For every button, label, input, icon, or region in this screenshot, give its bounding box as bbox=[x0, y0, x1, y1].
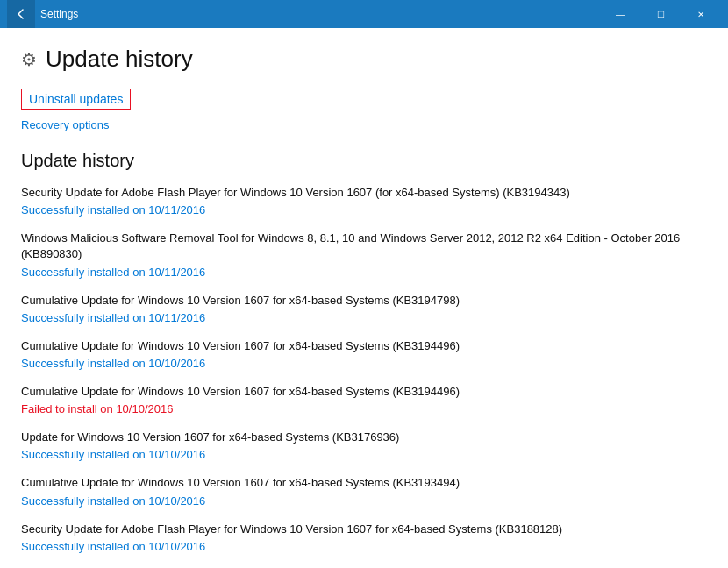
section-heading: Update history bbox=[21, 151, 703, 171]
update-status[interactable]: Successfully installed on 10/10/2016 bbox=[21, 494, 703, 508]
window-controls: — ☐ ✕ bbox=[600, 0, 721, 28]
main-layout: ⚙ Update history Uninstall updates Recov… bbox=[0, 28, 728, 568]
update-status[interactable]: Successfully installed on 10/11/2016 bbox=[21, 203, 703, 217]
page-title: Update history bbox=[46, 46, 193, 73]
update-item: Security Update for Adobe Flash Player f… bbox=[21, 522, 703, 553]
gear-icon: ⚙ bbox=[21, 49, 37, 70]
update-name: Security Update for Adobe Flash Player f… bbox=[21, 522, 703, 537]
update-item: Cumulative Update for Windows 10 Version… bbox=[21, 293, 703, 324]
update-item: Cumulative Update for Windows 10 Version… bbox=[21, 475, 703, 507]
update-item: Windows Malicious Software Removal Tool … bbox=[21, 231, 703, 278]
update-name: Windows Malicious Software Removal Tool … bbox=[21, 231, 703, 262]
page-header: ⚙ Update history bbox=[21, 46, 703, 73]
update-item: Cumulative Update for Windows 10 Version… bbox=[21, 384, 703, 415]
update-item: Cumulative Update for Windows 10 Version… bbox=[21, 338, 703, 370]
close-button[interactable]: ✕ bbox=[681, 0, 721, 28]
update-item: Security Update for Adobe Flash Player f… bbox=[21, 185, 703, 217]
update-status[interactable]: Successfully installed on 10/10/2016 bbox=[21, 448, 703, 461]
update-status[interactable]: Successfully installed on 10/10/2016 bbox=[21, 357, 703, 370]
maximize-button[interactable]: ☐ bbox=[640, 0, 681, 28]
links-section: Uninstall updates Recovery options bbox=[21, 89, 703, 131]
update-name: Cumulative Update for Windows 10 Version… bbox=[21, 293, 703, 309]
update-status[interactable]: Successfully installed on 10/11/2016 bbox=[21, 311, 703, 324]
back-button[interactable] bbox=[7, 0, 35, 28]
recovery-options-link[interactable]: Recovery options bbox=[21, 118, 703, 131]
titlebar-title: Settings bbox=[40, 8, 600, 20]
uninstall-updates-link[interactable]: Uninstall updates bbox=[21, 89, 131, 110]
content-area: ⚙ Update history Uninstall updates Recov… bbox=[0, 28, 728, 568]
update-name: Update for Windows 10 Version 1607 for x… bbox=[21, 430, 703, 445]
titlebar: Settings — ☐ ✕ bbox=[0, 0, 728, 28]
update-name: Cumulative Update for Windows 10 Version… bbox=[21, 384, 703, 400]
update-name: Cumulative Update for Windows 10 Version… bbox=[21, 475, 703, 491]
update-item: Update for Windows 10 Version 1607 for x… bbox=[21, 430, 703, 461]
update-name: Security Update for Adobe Flash Player f… bbox=[21, 185, 703, 201]
update-status[interactable]: Failed to install on 10/10/2016 bbox=[21, 402, 703, 415]
minimize-button[interactable]: — bbox=[600, 0, 640, 28]
update-status[interactable]: Successfully installed on 10/11/2016 bbox=[21, 266, 703, 279]
update-status[interactable]: Successfully installed on 10/10/2016 bbox=[21, 540, 703, 553]
update-list: Security Update for Adobe Flash Player f… bbox=[21, 185, 703, 553]
update-name: Cumulative Update for Windows 10 Version… bbox=[21, 338, 703, 354]
